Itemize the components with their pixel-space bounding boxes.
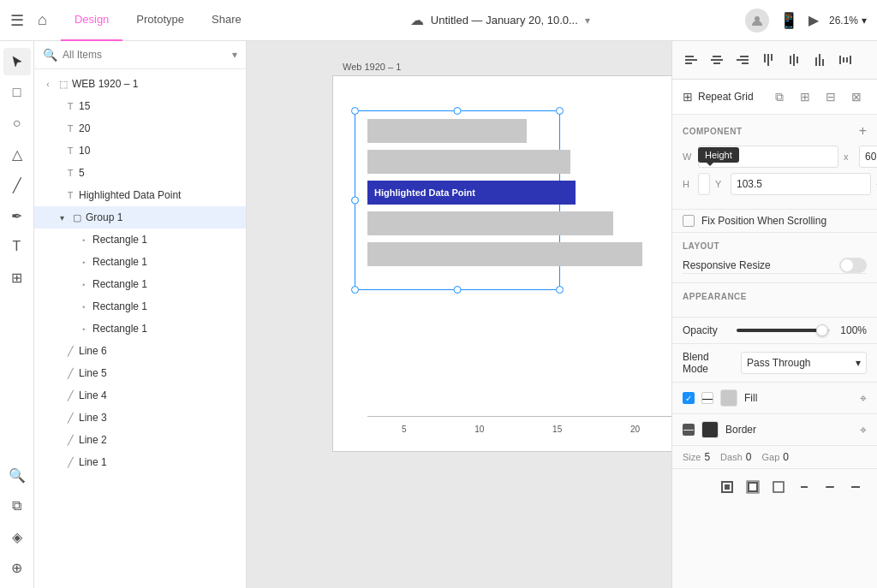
align-bottom-btn[interactable] xyxy=(808,48,832,72)
assets-icon[interactable]: ◈ xyxy=(3,523,31,550)
text-icon: T xyxy=(62,164,79,181)
ellipse-tool[interactable]: ○ xyxy=(3,110,31,137)
border-align-center-btn[interactable] xyxy=(767,476,790,498)
avatar[interactable] xyxy=(745,9,769,33)
line-tool[interactable]: ╱ xyxy=(3,171,31,199)
layer-item-rect1d[interactable]: ▪ Rectangle 1 xyxy=(34,295,246,318)
selection-handle-bc[interactable] xyxy=(454,286,462,294)
align-center-h-btn[interactable] xyxy=(705,48,729,72)
border-cap-square-btn[interactable] xyxy=(844,476,867,498)
search-input[interactable] xyxy=(63,49,227,61)
layer-item-group1[interactable]: ▾ ▢ Group 1 xyxy=(34,206,246,229)
plugins-icon[interactable]: ⊕ xyxy=(3,554,31,581)
toggle-knob xyxy=(841,259,853,271)
selection-handle-tl[interactable] xyxy=(351,107,359,115)
home-icon[interactable]: ⌂ xyxy=(38,11,47,29)
search-tool[interactable]: 🔍 xyxy=(3,461,31,489)
pen-tool[interactable]: ✒ xyxy=(3,202,31,229)
layers-icon[interactable]: ⧉ xyxy=(3,492,31,520)
distribute-btn[interactable] xyxy=(833,48,857,72)
repeat-grid-button[interactable]: ⊞ Repeat Grid xyxy=(683,90,762,104)
selection-handle-br[interactable] xyxy=(556,286,564,294)
collapse-icon[interactable]: ‹ xyxy=(41,77,55,91)
blend-mode-select[interactable]: Pass Through ▾ xyxy=(741,352,867,374)
group-expand-icon[interactable]: ▾ xyxy=(55,211,69,224)
responsive-toggle[interactable] xyxy=(839,258,867,273)
selection-handle-bl[interactable] xyxy=(351,286,359,294)
border-eyedropper-icon[interactable]: ⌖ xyxy=(860,423,867,437)
selection-handle-ml[interactable] xyxy=(351,197,359,205)
rectangle-tool[interactable]: □ xyxy=(3,79,31,106)
line-icon: ╱ xyxy=(62,454,79,471)
layer-item-line4[interactable]: ╱ Line 4 xyxy=(34,384,246,407)
svg-rect-25 xyxy=(749,483,757,491)
fill-checkbox[interactable]: ✓ xyxy=(683,392,695,404)
layer-item-t20[interactable]: T 20 xyxy=(34,117,246,140)
border-color-swatch[interactable] xyxy=(701,421,719,438)
layer-item-t15[interactable]: T 15 xyxy=(34,95,246,117)
border-size-item: Size 5 xyxy=(683,451,710,463)
text-tool[interactable]: T xyxy=(3,233,31,260)
play-icon[interactable]: ▶ xyxy=(808,12,819,28)
layer-item-web1920[interactable]: ‹ ⬚ WEB 1920 – 1 xyxy=(34,73,246,95)
layer-item-line3[interactable]: ╱ Line 3 xyxy=(34,407,246,429)
layer-item-rect1e[interactable]: ▪ Rectangle 1 xyxy=(34,318,246,340)
canvas[interactable]: Web 1920 – 1 xyxy=(247,41,671,588)
select-tool[interactable] xyxy=(3,48,31,75)
duplicate-icon[interactable]: ⊞ xyxy=(795,86,815,107)
layer-item-rect1c[interactable]: ▪ Rectangle 1 xyxy=(34,273,246,295)
border-align-outside-btn[interactable] xyxy=(716,476,738,498)
fill-color-swatch[interactable] xyxy=(720,389,737,407)
layout-section: LAYOUT Responsive Resize xyxy=(672,233,877,283)
selection-handle-tc[interactable] xyxy=(454,107,462,115)
fill-eyedropper-icon[interactable]: ⌖ xyxy=(860,391,867,406)
align-right-btn[interactable] xyxy=(731,48,755,72)
tooltip-arrow xyxy=(707,163,713,166)
mobile-icon[interactable]: 📱 xyxy=(779,11,798,30)
layer-item-line2[interactable]: ╱ Line 2 xyxy=(34,429,246,451)
align-top-btn[interactable] xyxy=(756,48,780,72)
border-minus-btn[interactable]: ― xyxy=(683,424,695,436)
width-label: W xyxy=(683,151,693,162)
hamburger-icon[interactable]: ☰ xyxy=(10,11,24,30)
layer-item-line6[interactable]: ╱ Line 6 xyxy=(34,340,246,362)
selection-handle-tr[interactable] xyxy=(556,107,564,115)
tab-prototype[interactable]: Prototype xyxy=(122,0,198,41)
layer-item-line5[interactable]: ╱ Line 5 xyxy=(34,362,246,384)
distribute-icon xyxy=(838,53,852,67)
topbar: ☰ ⌂ Design Prototype Share ☁ Untitled — … xyxy=(0,0,877,41)
layer-item-t5[interactable]: T 5 xyxy=(34,162,246,184)
x-input[interactable] xyxy=(859,146,877,168)
border-align-inside-btn[interactable] xyxy=(742,476,764,498)
component-add-btn[interactable]: + xyxy=(859,123,867,139)
copy-icon[interactable]: ⧉ xyxy=(769,86,790,107)
layer-item-highlighted[interactable]: T Highlighted Data Point xyxy=(34,184,246,206)
layer-item-rect1a[interactable]: ▪ Rectangle 1 xyxy=(34,229,246,251)
border-cap-round-btn[interactable] xyxy=(819,476,841,498)
opacity-slider[interactable] xyxy=(737,329,830,332)
zoom-chevron-icon: ▾ xyxy=(862,15,867,27)
align-left-btn[interactable] xyxy=(679,48,703,72)
triangle-tool[interactable]: △ xyxy=(3,140,31,168)
title-chevron-icon[interactable]: ▾ xyxy=(585,15,590,27)
border-cap-butt-btn[interactable] xyxy=(793,476,815,498)
group-icon-right[interactable]: ⊠ xyxy=(846,86,867,107)
layer-item-rect1b[interactable]: ▪ Rectangle 1 xyxy=(34,251,246,273)
layer-item-line1[interactable]: ╱ Line 1 xyxy=(34,451,246,473)
fix-position-checkbox[interactable] xyxy=(683,215,695,227)
slider-thumb[interactable] xyxy=(816,324,828,336)
y-input[interactable] xyxy=(731,173,871,195)
cloud-icon: ☁ xyxy=(410,12,424,28)
paste-icon[interactable]: ⊟ xyxy=(820,86,841,107)
canvas-frame[interactable]: Highlighted Data Point 5 10 15 20 xyxy=(332,75,671,452)
align-middle-btn[interactable] xyxy=(782,48,806,72)
fill-minus-btn[interactable]: ― xyxy=(701,392,713,404)
layer-item-t10[interactable]: T 10 xyxy=(34,140,246,162)
tab-design[interactable]: Design xyxy=(61,0,122,41)
height-input[interactable] xyxy=(698,173,710,195)
fix-position-label: Fix Position When Scrolling xyxy=(701,215,826,227)
search-dropdown-icon[interactable]: ▾ xyxy=(232,49,237,61)
component-tool[interactable]: ⊞ xyxy=(3,264,31,291)
zoom-control[interactable]: 26.1% ▾ xyxy=(829,15,867,27)
tab-share[interactable]: Share xyxy=(198,0,255,41)
